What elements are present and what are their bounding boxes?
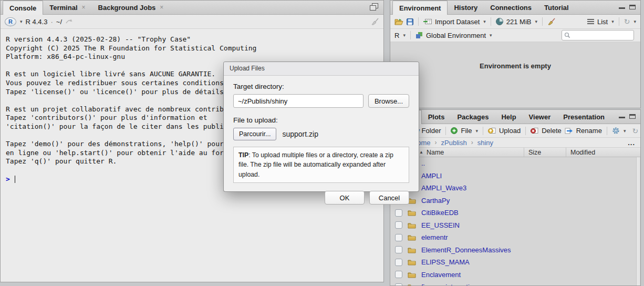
suspend-session-icon[interactable]	[65, 18, 73, 25]
minimize-pane-icon[interactable]	[619, 7, 625, 9]
maximize-pane-icon[interactable]	[629, 114, 636, 119]
memory-usage-label[interactable]: 221 MiB	[506, 18, 532, 26]
file-link[interactable]: CarthaPy	[421, 197, 450, 205]
folder-icon	[408, 271, 416, 278]
upload-button[interactable]: Upload	[499, 127, 521, 135]
list-view-label[interactable]: List	[597, 18, 608, 26]
chevron-down-icon[interactable]: ▾	[535, 19, 538, 24]
file-link[interactable]: EE_USSEIN	[421, 221, 460, 229]
pane-layout-icon[interactable]	[370, 3, 378, 10]
browse-button[interactable]: Browse...	[368, 94, 409, 108]
sort-ascending-icon: ▲	[419, 150, 423, 155]
tab-viewer[interactable]: Viewer	[523, 110, 557, 124]
file-link[interactable]: CitiBikeEDB	[421, 209, 459, 217]
file-row: EE_USSEIN	[390, 219, 640, 232]
tab-console-label: Console	[9, 4, 36, 12]
chevron-down-icon[interactable]: ▾	[611, 19, 614, 24]
refresh-icon[interactable]: ↻	[632, 127, 638, 135]
environment-search-box	[562, 30, 634, 40]
file-link[interactable]: figures_interactives	[421, 283, 480, 285]
tip-box: TIP: To upload multiple files or a direc…	[233, 147, 409, 183]
environment-scope-label[interactable]: Global Environment	[426, 32, 486, 39]
folder-icon	[408, 283, 416, 285]
r-logo-icon[interactable]: R	[5, 17, 16, 26]
file-link[interactable]: ..	[421, 159, 425, 167]
load-workspace-icon[interactable]	[394, 18, 403, 25]
list-view-icon[interactable]	[587, 19, 594, 24]
chevron-down-icon[interactable]: ▾	[490, 33, 492, 38]
environment-empty-message: Environment is empty	[390, 42, 640, 70]
memory-usage-icon[interactable]	[496, 18, 503, 25]
breadcrumb-shiny[interactable]: shiny	[477, 139, 493, 147]
file-checkbox[interactable]	[395, 234, 402, 241]
tab-background-jobs[interactable]: Background Jobs ×	[92, 1, 170, 14]
tab-environment-label: Environment	[399, 4, 441, 12]
file-link[interactable]: ElementR_DonneesMassives	[421, 246, 511, 254]
tab-help-label: Help	[501, 113, 516, 121]
cancel-button[interactable]: Cancel	[369, 191, 409, 205]
breadcrumb-zpublish[interactable]: zPublish	[441, 139, 467, 147]
tab-help[interactable]: Help	[495, 110, 522, 124]
file-row: CitiBikeEDB	[390, 207, 640, 219]
tab-plots[interactable]: Plots	[422, 110, 451, 124]
import-dataset-icon[interactable]	[423, 18, 432, 25]
chevron-down-icon[interactable]: ▾	[633, 19, 636, 24]
tab-terminal[interactable]: Terminal ×	[43, 1, 91, 14]
language-selector-label[interactable]: R	[394, 32, 399, 39]
chosen-file-name: support.zip	[282, 130, 318, 138]
file-checkbox[interactable]	[395, 246, 402, 253]
chevron-down-icon[interactable]: ▾	[624, 128, 626, 134]
refresh-icon[interactable]: ↻	[624, 18, 630, 25]
delete-button[interactable]: Delete	[542, 127, 562, 135]
column-header-size[interactable]: Size	[524, 148, 566, 157]
clear-console-broom-icon[interactable]	[371, 18, 379, 25]
chevron-down-icon[interactable]: ▾	[20, 19, 23, 24]
import-dataset-label[interactable]: Import Dataset	[435, 18, 480, 26]
clear-environment-broom-icon[interactable]	[547, 18, 556, 25]
working-directory-label: ~/	[56, 18, 62, 26]
ok-button[interactable]: OK	[325, 191, 365, 205]
file-link[interactable]: AMPLI_Wave3	[421, 184, 466, 192]
tab-presentation[interactable]: Presentation	[557, 110, 611, 124]
close-icon[interactable]: ×	[82, 4, 86, 11]
separator-dot: ·	[50, 18, 53, 26]
file-link[interactable]: ELIPSS_MAMA	[421, 258, 470, 266]
file-row: CarthaPy	[390, 195, 640, 207]
tab-environment[interactable]: Environment	[392, 1, 448, 15]
files-table-header: ▲ Name Size Modified	[390, 148, 640, 157]
environment-search-input[interactable]	[572, 31, 631, 39]
new-file-button[interactable]: File	[461, 127, 472, 135]
scrollbar[interactable]	[636, 157, 640, 285]
file-link[interactable]: elementr	[421, 233, 448, 241]
target-directory-input[interactable]	[233, 94, 363, 108]
rename-button[interactable]: Rename	[576, 127, 602, 135]
files-tabbar: Files Plots Packages Help Viewer Present…	[390, 110, 640, 124]
close-icon[interactable]: ×	[160, 4, 163, 11]
tab-connections[interactable]: Connections	[484, 1, 538, 14]
file-checkbox[interactable]	[395, 271, 402, 278]
breadcrumb-more-button[interactable]: ...	[628, 139, 640, 147]
tab-history[interactable]: History	[448, 1, 484, 14]
tab-tutorial[interactable]: Tutorial	[538, 1, 575, 14]
tip-text: : To upload multiple files or a director…	[238, 151, 393, 178]
file-link[interactable]: Enclavement	[421, 271, 461, 279]
file-row: elementr	[390, 231, 640, 244]
gear-icon[interactable]	[612, 127, 620, 135]
file-checkbox[interactable]	[395, 259, 402, 266]
file-checkbox[interactable]	[395, 283, 402, 285]
file-row: ELIPSS_MAMA	[390, 256, 640, 269]
tab-packages[interactable]: Packages	[451, 110, 495, 124]
choose-file-button[interactable]: Parcourir...	[233, 128, 276, 140]
save-workspace-icon[interactable]	[407, 18, 413, 25]
chevron-down-icon[interactable]: ▾	[475, 128, 478, 134]
chevron-down-icon[interactable]: ▾	[483, 19, 486, 24]
chevron-down-icon[interactable]: ▾	[403, 33, 406, 38]
minimize-pane-icon[interactable]	[619, 117, 625, 118]
tab-console[interactable]: Console	[3, 1, 43, 15]
column-header-modified[interactable]: Modified	[566, 148, 640, 157]
maximize-pane-icon[interactable]	[629, 5, 636, 9]
dialog-title: Upload Files	[224, 62, 419, 76]
file-checkbox[interactable]	[395, 221, 402, 229]
folder-icon	[408, 222, 416, 229]
file-link[interactable]: AMPLI	[421, 172, 442, 180]
